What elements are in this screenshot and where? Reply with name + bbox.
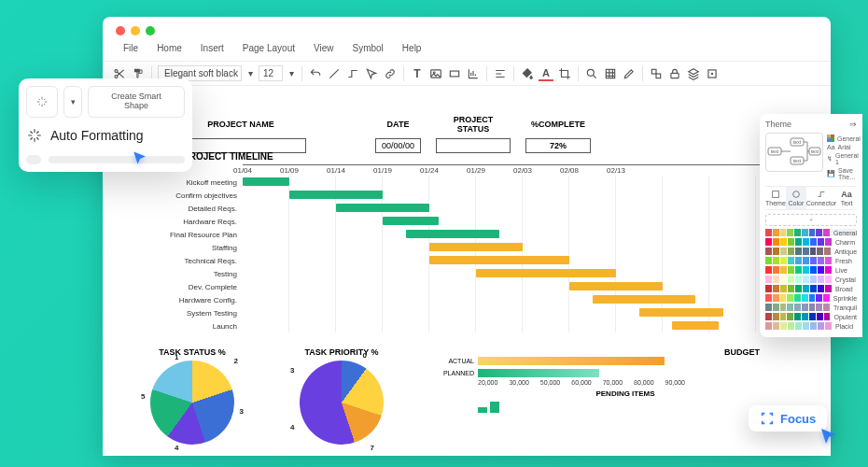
text-icon[interactable]: T xyxy=(410,66,425,81)
gantt-row: Dev. Complete xyxy=(140,280,806,293)
chart-icon[interactable] xyxy=(466,66,481,81)
palette-row[interactable]: Live xyxy=(765,266,857,274)
menu-symbol[interactable]: Symbol xyxy=(345,41,391,55)
complete-value[interactable]: 72% xyxy=(525,138,591,153)
budget-actual-row: ACTUAL xyxy=(435,357,816,365)
sparkle-button[interactable] xyxy=(26,86,58,118)
link-icon[interactable] xyxy=(383,66,398,81)
create-smart-shape-button[interactable]: Create Smart Shape xyxy=(88,86,185,118)
connector-icon[interactable] xyxy=(345,66,360,81)
menu-home[interactable]: Home xyxy=(149,41,189,55)
gantt-bar[interactable] xyxy=(593,295,695,304)
date-tick: 01/24 xyxy=(420,166,439,175)
font-color-icon[interactable]: A xyxy=(539,66,553,81)
palette-row[interactable]: Tranquil xyxy=(765,304,857,311)
gantt-bar[interactable] xyxy=(406,230,499,238)
menu-help[interactable]: Help xyxy=(395,41,429,55)
date-tick: 01/29 xyxy=(467,166,485,175)
font-size-select[interactable]: 12 xyxy=(259,65,283,81)
toolbar: Elegant soft black ▾ 12 ▾ T A xyxy=(103,61,831,86)
menu-page-layout[interactable]: Page Layout xyxy=(235,41,302,55)
more-icon[interactable] xyxy=(705,66,720,81)
slice-label: 4 xyxy=(290,423,294,432)
lock-icon[interactable] xyxy=(667,66,682,81)
gantt-bar[interactable] xyxy=(243,177,289,186)
palette-row[interactable]: Broad xyxy=(765,285,857,292)
opt-general[interactable]: General xyxy=(827,134,861,142)
close-icon[interactable]: ⇒ xyxy=(849,120,857,129)
slider[interactable] xyxy=(26,155,185,164)
slice-label: 7 xyxy=(371,444,374,452)
search-icon[interactable] xyxy=(584,66,599,81)
undo-icon[interactable] xyxy=(308,66,323,81)
palette-row[interactable]: Crystal xyxy=(765,276,857,283)
minimize-icon[interactable] xyxy=(131,26,140,35)
tab-text[interactable]: AaText xyxy=(836,187,857,209)
chevron-down-icon[interactable]: ▾ xyxy=(287,66,296,81)
group-icon[interactable] xyxy=(649,66,664,81)
gantt-bar[interactable] xyxy=(429,256,569,264)
palette-row[interactable]: Fresh xyxy=(765,257,857,264)
gantt-bar[interactable] xyxy=(672,321,719,330)
palette-name: General xyxy=(833,230,857,236)
canvas[interactable]: PROJECT NAME DATE PROJECT STATUS %COMPLE… xyxy=(118,110,816,456)
close-icon[interactable] xyxy=(116,26,125,35)
date-value[interactable]: 00/00/00 xyxy=(375,138,421,153)
task-label: Technical Reqs. xyxy=(140,257,243,265)
palette-row[interactable]: Charm xyxy=(765,238,857,246)
palette-row[interactable]: Placid xyxy=(765,322,857,330)
gantt-bar[interactable] xyxy=(476,269,616,277)
chevron-down-icon[interactable]: ▾ xyxy=(245,66,255,81)
palette-row[interactable]: Opulent xyxy=(765,313,857,320)
maximize-icon[interactable] xyxy=(146,26,155,35)
table-icon[interactable] xyxy=(603,66,618,81)
menu-view[interactable]: View xyxy=(306,41,342,55)
opt-save[interactable]: 💾Save The… xyxy=(827,167,861,180)
palette-row[interactable]: Sprinkle xyxy=(765,294,857,302)
svg-text:text: text xyxy=(771,149,779,154)
gantt-bar[interactable] xyxy=(569,282,663,290)
focus-button[interactable]: Focus xyxy=(749,405,827,432)
palette-name: Crystal xyxy=(835,276,856,283)
opt-arial[interactable]: AaArial xyxy=(827,144,861,150)
axis-tick: 90,000 xyxy=(665,379,685,386)
axis-tick: 60,000 xyxy=(571,379,591,386)
pen-icon[interactable] xyxy=(622,66,637,81)
status-value[interactable] xyxy=(436,138,511,153)
pie-task-status: 1 2 3 4 5 xyxy=(150,361,234,445)
fill-icon[interactable] xyxy=(520,66,535,81)
gantt-track xyxy=(243,306,806,319)
opt-general1[interactable]: ↯General 1 xyxy=(827,152,861,165)
add-palette-button[interactable]: + xyxy=(765,214,857,226)
tab-connector[interactable]: Connector xyxy=(806,187,836,209)
gantt-bar[interactable] xyxy=(336,204,429,212)
gantt-bar[interactable] xyxy=(639,308,723,317)
cursor-icon xyxy=(818,426,836,445)
layers-icon[interactable] xyxy=(686,66,701,81)
gantt-row: Hardware Config. xyxy=(140,293,806,306)
pointer-icon[interactable] xyxy=(364,66,379,81)
gantt-bar[interactable] xyxy=(429,243,523,251)
gantt-row: Technical Reqs. xyxy=(140,254,806,267)
line-icon[interactable] xyxy=(327,66,342,81)
crop-icon[interactable] xyxy=(557,66,572,81)
align-icon[interactable] xyxy=(493,66,508,81)
theme-preview[interactable]: texttexttexttext xyxy=(765,133,823,172)
image-icon[interactable] xyxy=(428,66,443,81)
palette-row[interactable]: General xyxy=(765,229,857,236)
menu-file[interactable]: File xyxy=(116,41,146,55)
auto-formatting-item[interactable]: Auto Formatting xyxy=(26,127,185,144)
task-label: Hardware Reqs. xyxy=(140,218,243,226)
tab-theme[interactable]: Theme xyxy=(765,187,786,209)
task-label: Testing xyxy=(140,270,243,278)
gantt-bar[interactable] xyxy=(289,191,383,199)
shape-icon[interactable] xyxy=(447,66,462,81)
gantt-bar[interactable] xyxy=(383,217,439,225)
palette-row[interactable]: Antique xyxy=(765,248,857,255)
task-label: Kickoff meeting xyxy=(140,178,243,187)
dropdown-button[interactable]: ▾ xyxy=(63,86,82,118)
date-tick: 01/14 xyxy=(327,166,345,175)
slice-label: 2 xyxy=(234,357,238,365)
menu-insert[interactable]: Insert xyxy=(193,41,231,55)
tab-color[interactable]: Color xyxy=(786,187,806,209)
